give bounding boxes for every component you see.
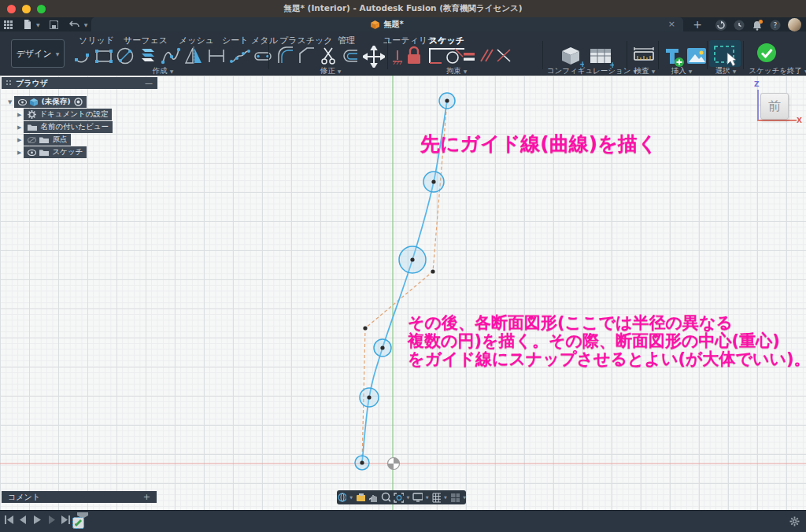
- zoom-icon[interactable]: [381, 492, 390, 503]
- pan-icon[interactable]: [368, 493, 377, 503]
- display-settings-icon[interactable]: [412, 493, 422, 502]
- undo-icon[interactable]: [69, 20, 79, 28]
- browser-item-label[interactable]: スケッチ: [52, 147, 83, 157]
- timeline-go-start-icon[interactable]: [5, 515, 13, 524]
- display-caret-icon[interactable]: ▼: [426, 495, 429, 500]
- new-tab-button[interactable]: +: [691, 18, 704, 31]
- timeline-go-end-icon[interactable]: [61, 515, 70, 524]
- chamfer-tool-icon[interactable]: [298, 46, 316, 66]
- timeline-step-back-icon[interactable]: [19, 515, 28, 524]
- tab-solid[interactable]: ソリッド: [79, 35, 114, 46]
- tab-surface[interactable]: サーフェス: [124, 35, 168, 46]
- collapsed-chevron-icon[interactable]: ▶: [17, 137, 21, 143]
- tab-mesh[interactable]: メッシュ: [179, 35, 214, 46]
- browser-row-origin[interactable]: ▶ 原点: [17, 134, 71, 146]
- sketch-canvas[interactable]: ブラウザ — ▼ (未保存) ▶ ドキュメントの設定 ▶ 名前の付いたビュー: [0, 76, 806, 510]
- sketch-geometry[interactable]: [0, 76, 806, 510]
- document-tab[interactable]: 無題* ×: [91, 17, 683, 31]
- viewports-icon[interactable]: [450, 493, 460, 503]
- browser-row-document-settings[interactable]: ▶ ドキュメントの設定: [17, 109, 112, 120]
- browser-header[interactable]: ブラウザ —: [2, 77, 157, 89]
- perpendicular-constraint-icon[interactable]: [426, 47, 443, 66]
- control-point-spline-tool-icon[interactable]: [229, 46, 251, 66]
- save-icon[interactable]: [50, 20, 58, 29]
- look-at-icon[interactable]: [356, 493, 365, 502]
- fix-constraint-icon[interactable]: [391, 49, 404, 66]
- select-tool-icon[interactable]: [713, 43, 738, 67]
- sketch-point[interactable]: [431, 269, 434, 273]
- visibility-off-eye-icon[interactable]: [28, 137, 36, 143]
- lock-constraint-icon[interactable]: [405, 46, 423, 66]
- close-tab-icon[interactable]: ×: [668, 19, 675, 29]
- timeline-settings-gear-icon[interactable]: [789, 516, 800, 526]
- slot-tool-icon[interactable]: [253, 46, 273, 66]
- viewports-caret-icon[interactable]: ▼: [463, 495, 466, 500]
- tab-plastic[interactable]: プラスチック: [279, 35, 333, 46]
- tab-manage[interactable]: 管理: [338, 35, 355, 46]
- visibility-eye-icon[interactable]: [18, 99, 27, 105]
- fit-caret-icon[interactable]: ▼: [407, 495, 410, 500]
- browser-row-named-views[interactable]: ▶ 名前の付いたビュー: [17, 121, 113, 133]
- tangent-constraint-icon[interactable]: [445, 47, 464, 66]
- expand-chevron-icon[interactable]: ▼: [8, 99, 12, 105]
- parallel-constraint-icon[interactable]: [479, 47, 494, 65]
- equal-constraint-icon[interactable]: [463, 50, 475, 63]
- visibility-eye-icon[interactable]: [28, 150, 36, 156]
- circle-tool-icon[interactable]: [116, 46, 135, 66]
- collapsed-chevron-icon[interactable]: ▶: [17, 112, 21, 118]
- add-comment-icon[interactable]: +: [143, 492, 150, 502]
- orbit-icon[interactable]: [337, 492, 346, 503]
- sketch-point[interactable]: [445, 98, 449, 102]
- sketch-point[interactable]: [380, 345, 384, 349]
- dimension-tool-icon[interactable]: [206, 46, 227, 66]
- sketch-point[interactable]: [431, 179, 435, 183]
- browser-root-row[interactable]: ▼ (未保存): [8, 96, 87, 108]
- app-grid-icon[interactable]: [4, 20, 13, 29]
- timeline-step-forward-icon[interactable]: [47, 515, 56, 524]
- collapsed-chevron-icon[interactable]: ▶: [17, 150, 21, 156]
- orbit-caret-icon[interactable]: ▼: [349, 495, 353, 500]
- collapsed-chevron-icon[interactable]: ▶: [17, 124, 21, 131]
- finish-sketch-icon[interactable]: [756, 42, 777, 63]
- root-component-label[interactable]: (未保存): [41, 97, 70, 107]
- rectangle-tool-icon[interactable]: [94, 46, 113, 66]
- sketch-point[interactable]: [410, 257, 414, 261]
- browser-minimize-icon[interactable]: —: [145, 79, 153, 87]
- design-workspace-dropdown[interactable]: デザイン▼: [11, 39, 65, 68]
- measure-tool-icon[interactable]: [633, 46, 655, 66]
- trim-tool-icon[interactable]: [320, 46, 338, 66]
- comments-panel[interactable]: コメント +: [2, 491, 157, 503]
- coincident-constraint-icon[interactable]: [496, 47, 512, 65]
- file-menu-caret-icon[interactable]: ▼: [36, 22, 40, 28]
- sketch-point[interactable]: [363, 326, 367, 330]
- undo-caret-icon[interactable]: ▼: [84, 22, 88, 28]
- spline-tool-icon[interactable]: [161, 46, 181, 66]
- design-caret-icon: ▼: [56, 51, 60, 57]
- sketch-point[interactable]: [360, 460, 364, 464]
- fit-view-icon[interactable]: [394, 493, 403, 503]
- activate-component-icon[interactable]: [74, 98, 83, 106]
- viewcube-front-face[interactable]: 前: [760, 93, 789, 120]
- tab-sheet-metal[interactable]: シート メタル: [222, 35, 278, 46]
- browser-item-label[interactable]: ドキュメントの設定: [39, 109, 108, 120]
- timeline-play-icon[interactable]: [33, 515, 42, 524]
- offset-tool-icon[interactable]: [340, 46, 360, 66]
- grid-caret-icon[interactable]: ▼: [444, 495, 447, 500]
- fillet-tool-icon[interactable]: [275, 46, 294, 66]
- timeline-sketch-feature-icon[interactable]: [72, 517, 84, 529]
- mirror-tool-icon[interactable]: [183, 46, 204, 66]
- move-copy-tool-icon[interactable]: [363, 46, 385, 68]
- sketch-point[interactable]: [367, 395, 371, 399]
- grid-snap-icon[interactable]: [432, 493, 441, 503]
- configure-feature-icon[interactable]: +: [560, 46, 584, 68]
- browser-row-sketches[interactable]: ▶ スケッチ: [17, 146, 87, 158]
- browser-item-label[interactable]: 名前の付いたビュー: [40, 122, 109, 132]
- configuration-table-icon[interactable]: +: [589, 46, 614, 68]
- browser-item-label[interactable]: 原点: [52, 135, 67, 145]
- project-geometry-tool-icon[interactable]: [138, 46, 157, 66]
- line-arc-tool-icon[interactable]: [73, 46, 92, 66]
- insert-text-icon[interactable]: [664, 46, 684, 68]
- insert-image-icon[interactable]: [686, 46, 708, 66]
- viewcube[interactable]: 前 Z X: [749, 82, 803, 131]
- file-menu-icon[interactable]: [24, 20, 31, 29]
